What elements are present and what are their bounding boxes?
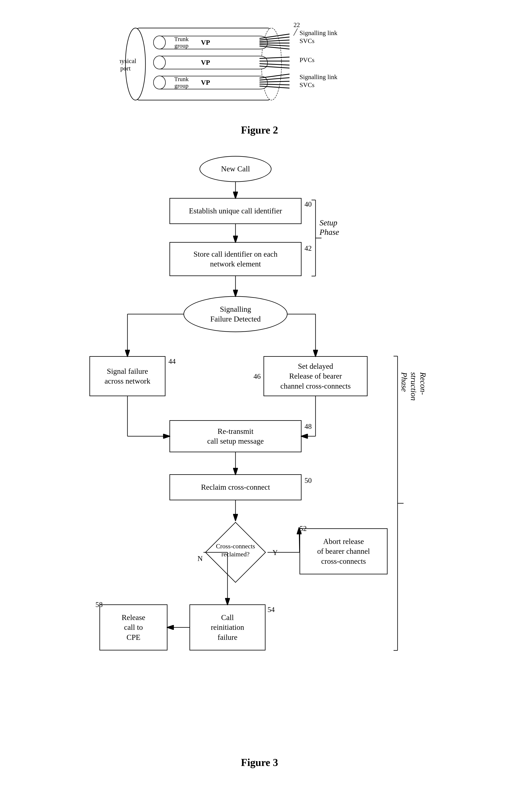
figure3-diagram: New Call Establish unique call identifie… — [80, 152, 439, 753]
svg-text:Signalling link: Signalling link — [300, 73, 337, 81]
svg-text:PVCs: PVCs — [300, 56, 314, 63]
figure2-caption: Figure 2 — [241, 124, 278, 136]
signal-failure-box: Signal failure across network — [89, 356, 165, 396]
label-58: 58 — [95, 600, 103, 609]
svg-text:Physical: Physical — [119, 57, 136, 64]
signalling-failure-oval: Signalling Failure Detected — [183, 296, 287, 332]
svg-point-3 — [153, 36, 165, 49]
store-call-box: Store call identifier on each network el… — [170, 242, 302, 276]
figure3-caption: Figure 3 — [241, 757, 278, 768]
establish-uid-box: Establish unique call identifier — [170, 198, 302, 224]
svg-text:SVCs: SVCs — [300, 81, 314, 88]
label-46: 46 — [253, 372, 261, 381]
call-reinitiation-box: Call reinitiation failure — [189, 604, 266, 650]
label-48: 48 — [305, 422, 312, 431]
svg-text:Cross-connects: Cross-connects — [216, 543, 255, 550]
figure3-section: New Call Establish unique call identifie… — [8, 152, 511, 768]
set-delayed-release-box: Set delayed Release of bearer channel cr… — [264, 356, 368, 396]
label-y: Y — [273, 548, 278, 557]
svg-text:Signalling link: Signalling link — [300, 29, 337, 36]
label-52: 52 — [300, 524, 307, 533]
svg-text:VP: VP — [201, 39, 210, 46]
svg-text:group: group — [175, 42, 188, 49]
svg-text:VP: VP — [201, 59, 210, 66]
abort-release-box: Abort release of bearer channel cross-co… — [300, 528, 388, 574]
svg-point-4 — [153, 56, 165, 69]
svg-text:Trunk: Trunk — [174, 36, 189, 42]
figure2-diagram: VP VP VP Trunk group Trunk group Physica… — [119, 12, 400, 116]
reclaim-box: Reclaim cross-connect — [170, 474, 302, 500]
label-42: 42 — [305, 244, 312, 253]
svg-text:22: 22 — [294, 21, 300, 28]
label-50: 50 — [305, 476, 312, 485]
label-40: 40 — [305, 200, 312, 208]
svg-text:port: port — [120, 65, 131, 72]
svg-text:VP: VP — [201, 79, 210, 86]
new-call-oval: New Call — [200, 156, 272, 182]
svg-text:reclaimed?: reclaimed? — [221, 551, 249, 558]
release-call-box: Release call to CPE — [99, 604, 167, 650]
cross-connects-diamond: Cross-connects reclaimed? — [204, 520, 268, 584]
svg-line-31 — [294, 28, 298, 36]
retransmit-box: Re-transmit call setup message — [170, 420, 302, 452]
svg-text:group: group — [175, 82, 188, 89]
svg-text:SVCs: SVCs — [300, 37, 314, 45]
label-54: 54 — [268, 605, 275, 614]
svg-point-5 — [153, 76, 165, 89]
setup-phase-label: Setup Phase — [319, 218, 339, 237]
figure2-section: VP VP VP Trunk group Trunk group Physica… — [8, 12, 511, 136]
svg-text:Trunk: Trunk — [174, 76, 189, 82]
reconstruction-phase-label: Recon- struction Phase — [400, 372, 428, 401]
label-n: N — [197, 554, 203, 563]
label-44: 44 — [169, 357, 176, 366]
